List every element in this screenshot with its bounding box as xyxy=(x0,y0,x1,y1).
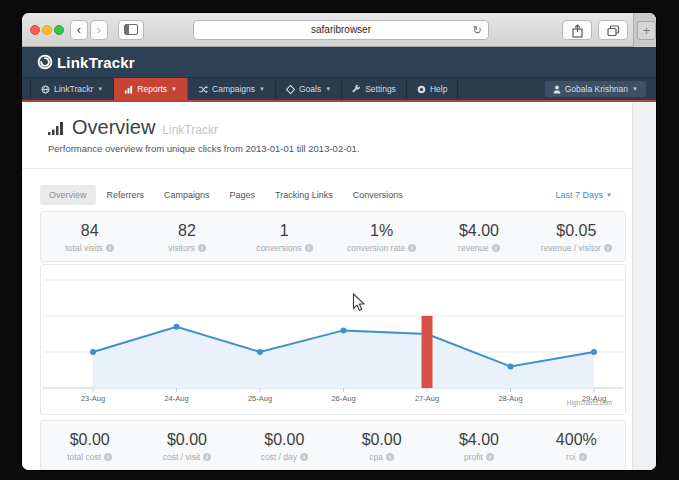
svg-text:26-Aug: 26-Aug xyxy=(331,394,355,403)
area-chart: 23-Aug24-Aug25-Aug26-Aug27-Aug28-Aug29-A… xyxy=(41,265,625,414)
svg-text:27-Aug: 27-Aug xyxy=(415,394,439,403)
caret-down-icon: ▼ xyxy=(325,86,331,92)
nav-label: Help xyxy=(430,84,447,94)
caret-down-icon: ▼ xyxy=(606,192,612,198)
info-icon[interactable]: i xyxy=(492,244,500,252)
nav-item-reports[interactable]: Reports ▼ xyxy=(114,78,188,100)
safari-window: ‹ › safaribrowser ↻ + xyxy=(22,13,656,470)
globe-icon xyxy=(41,85,50,94)
stat-profit: $4.00 profiti xyxy=(430,421,527,470)
reload-icon[interactable]: ↻ xyxy=(473,21,482,39)
nav-item-help[interactable]: Help xyxy=(407,78,458,100)
stat-value: 1% xyxy=(370,222,393,240)
linktrackr-logo[interactable]: LinkTrackr xyxy=(37,54,135,71)
stat-value: $4.00 xyxy=(459,431,499,449)
stat-label: revenue / visitor xyxy=(541,243,601,253)
user-name: Gobala Krishnan xyxy=(565,84,628,94)
nav-item-settings[interactable]: Settings xyxy=(342,78,407,100)
caret-down-icon: ▼ xyxy=(171,86,177,92)
svg-text:25-Aug: 25-Aug xyxy=(248,394,272,403)
share-button[interactable] xyxy=(562,20,592,40)
bar-chart-icon xyxy=(124,85,133,94)
info-icon[interactable]: i xyxy=(104,453,112,461)
new-tab-button[interactable]: + xyxy=(637,21,656,40)
info-icon[interactable]: i xyxy=(198,244,206,252)
stat-total-visits: 84 total visitsi xyxy=(41,212,138,261)
stat-value: $0.00 xyxy=(362,431,402,449)
svg-text:Highcharts.com: Highcharts.com xyxy=(567,399,612,407)
minimize-window-button[interactable] xyxy=(42,25,52,35)
info-icon[interactable]: i xyxy=(106,244,114,252)
stat-label: conversions xyxy=(256,243,301,253)
sidebar-button[interactable] xyxy=(118,20,144,40)
stat-conversion-rate: 1% conversion ratei xyxy=(333,212,430,261)
nav-item-campaigns[interactable]: Campaigns ▼ xyxy=(188,78,276,100)
stat-value: 400% xyxy=(556,431,597,449)
head-divider xyxy=(22,168,632,169)
forward-button[interactable]: › xyxy=(90,20,108,40)
nav-label: Campaigns xyxy=(212,84,255,94)
nav-item-goals[interactable]: Goals ▼ xyxy=(276,78,342,100)
nav-label: Goals xyxy=(299,84,321,94)
zoom-window-button[interactable] xyxy=(54,25,64,35)
tab-referrers[interactable]: Referrers xyxy=(98,185,154,205)
nav-item-linktrackr[interactable]: LinkTrackr ▼ xyxy=(30,78,114,100)
stat-value: $0.00 xyxy=(70,431,110,449)
stat-label: cost / visit xyxy=(163,452,200,462)
stat-label: total visits xyxy=(66,243,103,253)
address-text: safaribrowser xyxy=(311,24,371,35)
page-scrollbar[interactable] xyxy=(632,102,656,470)
caret-down-icon: ▼ xyxy=(259,86,265,92)
stat-label: revenue xyxy=(458,243,489,253)
screenshot-frame: ‹ › safaribrowser ↻ + xyxy=(0,0,679,480)
stat-label: visitors xyxy=(168,243,194,253)
stat-value: $0.00 xyxy=(264,431,304,449)
caret-down-icon: ▼ xyxy=(97,86,103,92)
stat-conversions: 1 conversionsi xyxy=(236,212,333,261)
info-icon[interactable]: i xyxy=(386,453,394,461)
sidebar-icon xyxy=(124,24,138,35)
address-bar[interactable]: safaribrowser ↻ xyxy=(193,20,489,40)
tab-campaigns[interactable]: Campaigns xyxy=(155,185,219,205)
user-menu[interactable]: Gobala Krishnan ▼ xyxy=(545,81,646,97)
stats-row-bottom: $0.00 total costi $0.00 cost / visiti $0… xyxy=(40,420,626,470)
tab-tracking-links[interactable]: Tracking Links xyxy=(266,185,342,205)
stat-total-cost: $0.00 total costi xyxy=(41,421,138,470)
stat-value: $0.05 xyxy=(556,222,596,240)
tab-pages[interactable]: Pages xyxy=(221,185,265,205)
nav-label: Settings xyxy=(365,84,396,94)
back-button[interactable]: ‹ xyxy=(70,20,88,40)
stat-value: $4.00 xyxy=(459,222,499,240)
info-icon[interactable]: i xyxy=(579,453,587,461)
caret-down-icon: ▼ xyxy=(632,86,638,92)
close-window-button[interactable] xyxy=(30,25,40,35)
stat-label: cpa xyxy=(369,452,383,462)
page-subtitle: Performance overview from unique clicks … xyxy=(48,143,606,154)
visits-chart[interactable]: 23-Aug24-Aug25-Aug26-Aug27-Aug28-Aug29-A… xyxy=(40,264,626,415)
svg-text:23-Aug: 23-Aug xyxy=(81,394,105,403)
stat-visitors: 82 visitorsi xyxy=(138,212,235,261)
tab-conversions[interactable]: Conversions xyxy=(344,185,412,205)
info-icon[interactable]: i xyxy=(408,244,416,252)
overview-bars-icon xyxy=(48,120,65,135)
svg-text:28-Aug: 28-Aug xyxy=(498,394,522,403)
info-icon[interactable]: i xyxy=(604,244,612,252)
report-tabs: Overview Referrers Campaigns Pages Track… xyxy=(40,182,612,207)
app-header: LinkTrackr xyxy=(22,47,656,77)
info-icon[interactable]: i xyxy=(305,244,313,252)
tab-bar-edge: + xyxy=(633,13,656,47)
tab-overview[interactable]: Overview xyxy=(40,185,96,205)
date-range-selector[interactable]: Last 7 Days ▼ xyxy=(556,190,612,200)
tabs-icon xyxy=(607,25,620,37)
date-range-label: Last 7 Days xyxy=(556,190,604,200)
info-icon[interactable]: i xyxy=(300,453,308,461)
stat-label: profit xyxy=(464,452,483,462)
tab-overview-button[interactable] xyxy=(598,20,628,40)
goal-diamond-icon xyxy=(286,85,295,94)
stat-value: 82 xyxy=(178,222,196,240)
page-title: Overview xyxy=(72,116,155,139)
info-icon[interactable]: i xyxy=(203,453,211,461)
main-nav: LinkTrackr ▼ Reports ▼ Camp xyxy=(22,77,656,100)
shuffle-icon xyxy=(198,85,208,94)
info-icon[interactable]: i xyxy=(486,453,494,461)
